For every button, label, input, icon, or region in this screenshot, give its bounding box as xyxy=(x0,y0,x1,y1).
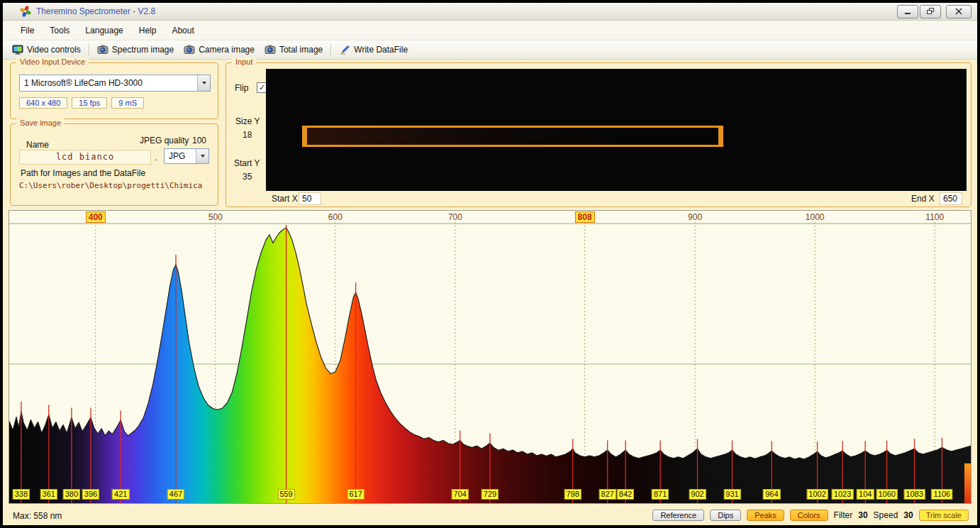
toolbar-total-image[interactable]: Total image xyxy=(260,42,328,57)
toolbar-label: Total image xyxy=(279,45,323,55)
toolbar-label: Spectrum image xyxy=(112,45,174,55)
input-group: Input Flip Size Y 18 Start Y 35 Start X … xyxy=(225,62,971,207)
close-button[interactable] xyxy=(946,5,971,18)
fps-badge[interactable]: 15 fps xyxy=(72,97,107,109)
start-x-value[interactable]: 50 xyxy=(299,192,321,205)
window-controls xyxy=(897,5,971,18)
restore-button[interactable] xyxy=(920,5,941,18)
toolbar-video-controls[interactable]: Video controls xyxy=(7,42,86,57)
capture-selection-fill xyxy=(307,128,718,145)
video-device-select[interactable]: 1 Microsoft® LifeCam HD-3000 xyxy=(19,75,211,92)
write-datafile-icon xyxy=(339,44,350,55)
format-select[interactable]: JPG xyxy=(164,148,209,164)
menu-file[interactable]: File xyxy=(13,23,42,38)
format-value: JPG xyxy=(165,151,196,161)
speed-label: Speed xyxy=(874,510,898,520)
spectrum-chart[interactable]: 4005006007008089001000110033836138039642… xyxy=(9,210,971,504)
scale-right-marker xyxy=(964,463,971,503)
menu-language[interactable]: Language xyxy=(77,23,130,38)
toolbar-camera-image[interactable]: Camera image xyxy=(179,42,260,57)
toolbar-spectrum-image[interactable]: Spectrum image xyxy=(92,42,179,57)
reference-button[interactable]: Reference xyxy=(652,510,704,521)
end-x-label: End X xyxy=(911,194,935,204)
jpeg-quality-value[interactable]: 100 xyxy=(192,136,206,145)
toolbar-label: Camera image xyxy=(199,45,255,55)
start-y-label: Start Y xyxy=(234,158,260,168)
filename-dot: . xyxy=(155,153,157,163)
max-wavelength-text: Max: 558 nm xyxy=(13,511,62,521)
end-x-value[interactable]: 650 xyxy=(940,192,962,205)
menu-help[interactable]: Help xyxy=(131,23,165,38)
video-stats: 640 x 480 15 fps 9 mS xyxy=(19,97,144,109)
video-input-device-group: Video Input Device 1 Microsoft® LifeCam … xyxy=(10,62,218,119)
menu-about[interactable]: About xyxy=(164,23,201,38)
colors-button[interactable]: Colors xyxy=(790,510,828,521)
toolbar-separator xyxy=(89,43,89,56)
chevron-down-icon[interactable] xyxy=(196,149,208,163)
group-title: Video Input Device xyxy=(16,57,89,66)
toolbar-separator xyxy=(330,43,331,56)
spectrum-plot xyxy=(9,211,971,503)
filter-label: Filter xyxy=(834,510,853,520)
speed-value[interactable]: 30 xyxy=(903,510,913,520)
peaks-button[interactable]: Peaks xyxy=(747,510,784,521)
menu-tools[interactable]: Tools xyxy=(42,23,77,38)
jpeg-quality-label: JPEG quality xyxy=(140,136,189,145)
title-bar[interactable]: Theremino Spectrometer - V2.8 xyxy=(3,3,977,21)
dips-button[interactable]: Dips xyxy=(710,510,741,521)
filter-value[interactable]: 30 xyxy=(858,510,867,520)
camera-preview[interactable] xyxy=(266,69,967,191)
toolbar-label: Video controls xyxy=(27,45,81,55)
toolbar-write-datafile[interactable]: Write DataFile xyxy=(334,42,413,57)
camera-icon xyxy=(97,44,108,55)
size-y-label: Size Y xyxy=(235,116,260,126)
status-bar: Max: 558 nm Reference Dips Peaks Colors … xyxy=(3,507,977,525)
video-device-value: 1 Microsoft® LifeCam HD-3000 xyxy=(20,78,197,88)
group-title: Input xyxy=(232,57,256,66)
video-controls-icon xyxy=(12,44,23,55)
capture-selection-rect[interactable] xyxy=(302,126,723,147)
exposure-badge[interactable]: 9 mS xyxy=(111,97,144,109)
save-image-group: Save image Name JPEG quality 100 lcd bia… xyxy=(10,123,218,206)
trim-scale-button[interactable]: Trim scale xyxy=(919,510,969,521)
window-title: Theremino Spectrometer - V2.8 xyxy=(36,6,155,16)
status-controls: Reference Dips Peaks Colors Filter 30 Sp… xyxy=(652,510,969,521)
name-label: Name xyxy=(26,140,49,150)
start-x-label: Start X xyxy=(272,194,298,204)
resolution-badge[interactable]: 640 x 480 xyxy=(19,97,67,109)
flip-label: Flip xyxy=(235,83,248,93)
app-icon xyxy=(20,6,31,17)
start-y-value[interactable]: 35 xyxy=(243,172,252,182)
chevron-down-icon[interactable] xyxy=(197,75,210,91)
toolbar-label: Write DataFile xyxy=(354,45,408,55)
camera-icon xyxy=(184,44,195,55)
minimize-button[interactable] xyxy=(897,5,918,18)
size-y-value[interactable]: 18 xyxy=(243,130,252,140)
path-label: Path for Images and the DataFile xyxy=(21,168,145,178)
app-window: Theremino Spectrometer - V2.8 File Tools… xyxy=(3,3,977,525)
path-field[interactable]: C:\Users\rober\Desktop\progetti\Chimica xyxy=(19,181,215,190)
camera-icon xyxy=(265,44,276,55)
toolbar: Video controls Spectrum image Camera ima… xyxy=(3,40,977,60)
menu-bar: File Tools Language Help About xyxy=(3,21,977,40)
group-title: Save image xyxy=(16,119,65,127)
filename-field[interactable]: lcd bianco xyxy=(19,150,151,165)
